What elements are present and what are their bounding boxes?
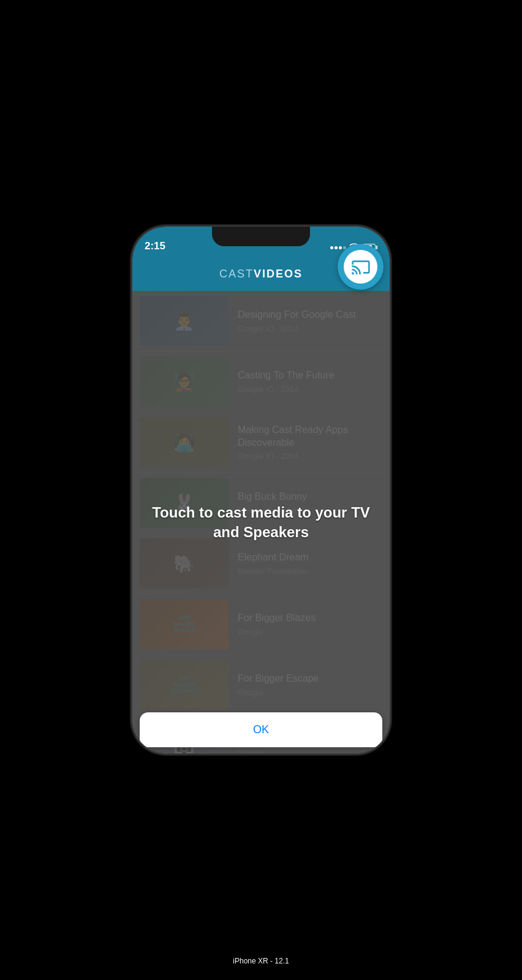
title-bold: VIDEOS [254, 268, 303, 280]
phone-frame: 2:15 [132, 227, 390, 753]
home-indicator [224, 744, 298, 747]
device-label-container: iPhone XR - 12.1 [224, 954, 297, 968]
content-area: 👨‍💼 Designing For Google Cast Google IO … [132, 291, 390, 753]
signal-icon [330, 246, 346, 249]
status-time: 2:15 [145, 240, 165, 252]
ok-button[interactable]: OK [140, 712, 382, 747]
notch [212, 227, 310, 246]
overlay-message: Touch to cast media to your TV and Speak… [145, 503, 377, 541]
phone-screen: 2:15 [132, 227, 390, 753]
device-label: iPhone XR - 12.1 [224, 954, 297, 968]
cast-overlay[interactable]: Touch to cast media to your TV and Speak… [132, 291, 390, 753]
cast-button-container[interactable] [338, 244, 384, 290]
title-light: CAST [219, 268, 254, 280]
cast-icon [351, 257, 371, 277]
cast-button-inner [344, 250, 377, 284]
app-title: CASTVIDEOS [219, 268, 303, 281]
